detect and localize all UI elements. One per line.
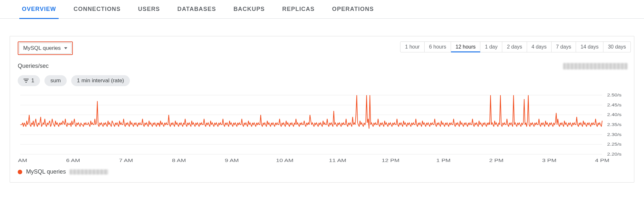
caret-down-icon <box>64 47 67 49</box>
svg-text:2.50/s: 2.50/s <box>607 93 621 97</box>
time-range-7-days[interactable]: 7 days <box>552 41 576 52</box>
time-range-1-day[interactable]: 1 day <box>480 41 502 52</box>
svg-text:5 AM: 5 AM <box>18 158 27 163</box>
svg-text:12 PM: 12 PM <box>382 158 399 163</box>
svg-text:10 AM: 10 AM <box>276 158 293 163</box>
svg-text:11 AM: 11 AM <box>329 158 346 163</box>
time-range-1-hour[interactable]: 1 hour <box>400 41 424 52</box>
tab-replicas[interactable]: REPLICAS <box>280 0 317 19</box>
redacted-legend-detail <box>70 169 108 175</box>
legend-series-label: MySQL queries <box>26 168 66 175</box>
tab-bar: OVERVIEWCONNECTIONSUSERSDATABASESBACKUPS… <box>0 0 644 19</box>
tab-connections[interactable]: CONNECTIONS <box>71 0 123 19</box>
chart-subtitle: Queries/sec <box>18 63 49 69</box>
aggregation-chip[interactable]: sum <box>44 75 66 86</box>
time-range-6-hours[interactable]: 6 hours <box>425 41 451 52</box>
svg-text:2.35/s: 2.35/s <box>607 122 621 127</box>
redacted-instance-name <box>563 63 628 69</box>
tab-backups[interactable]: BACKUPS <box>231 0 267 19</box>
chart-card: MySQL queries 1 hour6 hours12 hours1 day… <box>10 36 634 183</box>
svg-text:2 PM: 2 PM <box>489 158 504 163</box>
time-range-4-days[interactable]: 4 days <box>527 41 552 52</box>
time-range-group: 1 hour6 hours12 hours1 day2 days4 days7 … <box>400 41 631 52</box>
time-range-12-hours[interactable]: 12 hours <box>451 41 480 52</box>
interval-chip[interactable]: 1 min interval (rate) <box>71 75 130 86</box>
time-range-30-days[interactable]: 30 days <box>603 41 631 52</box>
svg-text:2.25/s: 2.25/s <box>607 142 621 147</box>
svg-text:9 AM: 9 AM <box>225 158 239 163</box>
legend: MySQL queries <box>18 168 631 175</box>
svg-text:2.40/s: 2.40/s <box>607 113 621 117</box>
tab-overview[interactable]: OVERVIEW <box>19 0 59 19</box>
svg-text:7 AM: 7 AM <box>119 158 133 163</box>
svg-text:2.45/s: 2.45/s <box>607 103 621 107</box>
tab-operations[interactable]: OPERATIONS <box>330 0 377 19</box>
chip-row: 1 sum 1 min interval (rate) <box>18 75 631 86</box>
legend-swatch-icon <box>18 170 22 174</box>
tab-users[interactable]: USERS <box>136 0 163 19</box>
filter-chip[interactable]: 1 <box>18 75 40 86</box>
chart[interactable]: 2.20/s2.25/s2.30/s2.35/s2.40/s2.45/s2.50… <box>18 93 631 164</box>
svg-text:6 AM: 6 AM <box>66 158 80 163</box>
filter-icon <box>24 79 29 83</box>
svg-text:4 PM: 4 PM <box>595 158 609 163</box>
filter-chip-count: 1 <box>31 77 34 84</box>
svg-text:3 PM: 3 PM <box>542 158 556 163</box>
svg-text:1 PM: 1 PM <box>436 158 450 163</box>
time-range-2-days[interactable]: 2 days <box>502 41 527 52</box>
time-range-14-days[interactable]: 14 days <box>576 41 603 52</box>
metric-select-label: MySQL queries <box>23 45 61 51</box>
tab-databases[interactable]: DATABASES <box>175 0 219 19</box>
metric-select[interactable]: MySQL queries <box>19 43 72 54</box>
svg-text:8 AM: 8 AM <box>172 158 186 163</box>
svg-text:2.30/s: 2.30/s <box>607 132 621 137</box>
metric-select-highlight: MySQL queries <box>18 41 73 55</box>
svg-text:2.20/s: 2.20/s <box>607 152 621 157</box>
